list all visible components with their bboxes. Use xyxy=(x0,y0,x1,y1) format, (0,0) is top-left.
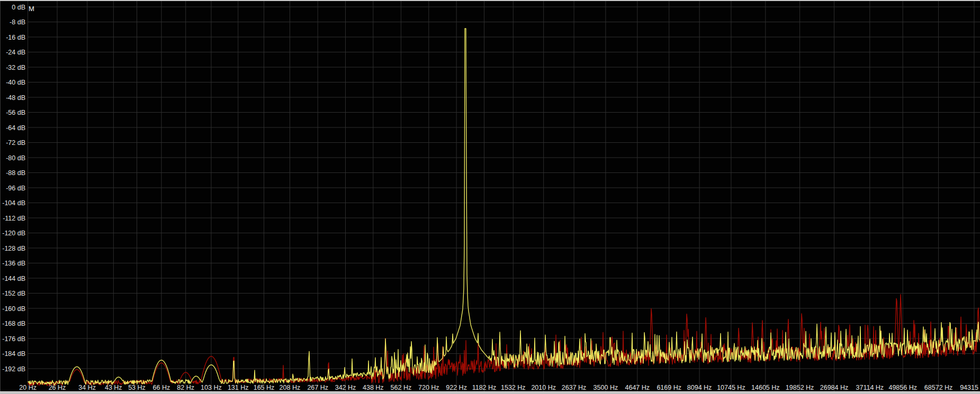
x-axis-label: 66 Hz xyxy=(153,384,170,391)
y-axis-label: -80 dB xyxy=(6,154,25,162)
x-axis-label: 1532 Hz xyxy=(501,384,526,391)
y-axis-label: -176 dB xyxy=(2,335,25,343)
y-axis-label: -152 dB xyxy=(2,290,25,297)
x-axis-label: 720 Hz xyxy=(418,384,439,391)
x-axis-label: 2637 Hz xyxy=(562,384,587,391)
x-axis-label: 8094 Hz xyxy=(687,384,712,391)
spectrum-plot-canvas[interactable]: 0 dB-8 dB-16 dB-24 dB-32 dB-40 dB-48 dB-… xyxy=(0,0,980,394)
x-axis-label: 10745 Hz xyxy=(717,384,745,391)
y-axis-label: -40 dB xyxy=(6,79,25,86)
y-axis-label: -128 dB xyxy=(2,245,25,252)
x-axis-label: 68572 Hz xyxy=(924,384,953,391)
x-axis-label: 131 Hz xyxy=(228,384,249,391)
y-axis-label: -16 dB xyxy=(6,34,25,41)
window-top-border xyxy=(0,0,980,1)
y-axis-label: -32 dB xyxy=(6,64,25,71)
y-axis-label: -120 dB xyxy=(2,230,25,237)
x-axis-label: 26984 Hz xyxy=(820,384,849,391)
x-axis-label: 1182 Hz xyxy=(472,384,497,391)
y-axis-label: -72 dB xyxy=(6,139,25,146)
x-axis-label: 342 Hz xyxy=(335,384,356,391)
window-bottom-border xyxy=(0,391,980,394)
x-axis-label: 6169 Hz xyxy=(657,384,681,391)
y-axis-label: -24 dB xyxy=(6,49,25,56)
x-axis-label: 19852 Hz xyxy=(786,384,814,391)
x-axis-label: 53 Hz xyxy=(128,384,146,391)
channel-marker-label: M xyxy=(29,5,34,12)
x-axis-label: 82 Hz xyxy=(177,384,194,391)
y-axis-label: -112 dB xyxy=(3,215,25,222)
y-axis-label: -168 dB xyxy=(2,320,25,327)
x-axis-label: 49856 Hz xyxy=(888,384,917,391)
x-axis-label: 37114 Hz xyxy=(856,384,884,391)
window-left-border xyxy=(0,0,1,394)
y-axis-label: -48 dB xyxy=(6,94,25,102)
x-axis-label: 3500 Hz xyxy=(594,384,618,391)
x-axis-label: 165 Hz xyxy=(254,384,275,391)
y-axis-label: -56 dB xyxy=(6,109,25,116)
x-axis-label: 14605 Hz xyxy=(751,384,780,391)
x-axis-label: 34 Hz xyxy=(78,384,96,391)
y-axis-label: -136 dB xyxy=(2,260,25,267)
x-axis-label: 2010 Hz xyxy=(531,384,556,391)
y-axis-label: -88 dB xyxy=(6,169,25,177)
x-axis-label: 438 Hz xyxy=(363,384,384,391)
x-axis-label: 4647 Hz xyxy=(625,384,650,391)
x-axis-label: 26 Hz xyxy=(49,384,66,391)
x-axis-label: 267 Hz xyxy=(307,384,328,391)
y-axis-label: -192 dB xyxy=(2,365,25,373)
y-axis-label: -8 dB xyxy=(10,19,25,26)
x-axis-label: 103 Hz xyxy=(201,384,222,391)
x-axis-label: 922 Hz xyxy=(446,384,467,391)
spectrum-analyzer-window: 0 dB-8 dB-16 dB-24 dB-32 dB-40 dB-48 dB-… xyxy=(0,0,980,394)
y-axis-label: -184 dB xyxy=(2,350,25,358)
x-axis-label: 94315 Hz xyxy=(960,384,980,391)
y-axis-label: -64 dB xyxy=(6,124,25,132)
y-axis-label: -96 dB xyxy=(6,185,25,192)
y-axis-label: -160 dB xyxy=(2,305,25,313)
x-axis-label: 562 Hz xyxy=(391,384,412,391)
y-axis-label: 0 dB xyxy=(12,4,25,11)
y-axis-label: -144 dB xyxy=(2,275,25,282)
x-axis-label: 208 Hz xyxy=(280,384,301,391)
y-axis-label: -104 dB xyxy=(2,199,25,207)
